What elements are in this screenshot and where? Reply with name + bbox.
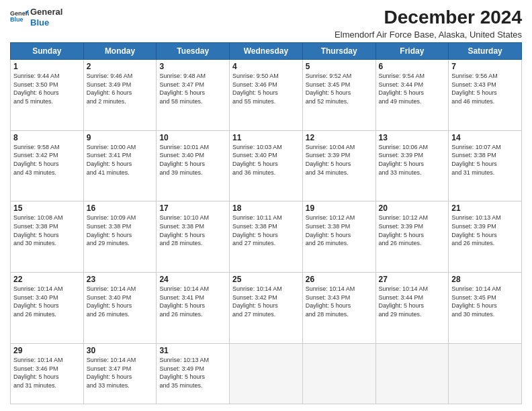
day-number: 28 [451,275,519,284]
calendar-cell: 22Sunrise: 10:14 AM Sunset: 3:40 PM Dayl… [11,273,84,344]
day-info: Sunrise: 9:46 AM Sunset: 3:49 PM Dayligh… [87,72,154,105]
day-info: Sunrise: 10:14 AM Sunset: 3:42 PM Daylig… [232,285,300,318]
day-info: Sunrise: 9:50 AM Sunset: 3:46 PM Dayligh… [232,72,300,105]
calendar-cell: 6Sunrise: 9:54 AM Sunset: 3:44 PM Daylig… [375,60,449,131]
day-header-sunday: Sunday [11,43,84,60]
day-number: 25 [232,275,300,284]
day-number: 7 [451,62,519,71]
calendar-cell [302,343,375,404]
day-info: Sunrise: 10:14 AM Sunset: 3:40 PM Daylig… [87,285,154,318]
day-info: Sunrise: 9:54 AM Sunset: 3:44 PM Dayligh… [379,72,446,105]
calendar-week-row: 29Sunrise: 10:14 AM Sunset: 3:46 PM Dayl… [11,343,522,404]
calendar-cell: 4Sunrise: 9:50 AM Sunset: 3:46 PM Daylig… [230,60,303,131]
day-info: Sunrise: 10:14 AM Sunset: 3:40 PM Daylig… [13,285,81,318]
day-number: 17 [159,203,226,213]
day-info: Sunrise: 10:14 AM Sunset: 3:46 PM Daylig… [13,356,81,390]
day-header-tuesday: Tuesday [157,43,230,60]
calendar-cell: 19Sunrise: 10:12 AM Sunset: 3:38 PM Dayl… [302,201,375,273]
calendar-cell [230,343,303,404]
day-number: 27 [379,275,446,284]
day-number: 11 [232,133,300,142]
header: General Blue General Blue December 2024 … [10,7,522,40]
calendar-cell: 18Sunrise: 10:11 AM Sunset: 3:38 PM Dayl… [230,201,303,273]
day-number: 5 [306,62,373,71]
calendar-cell: 13Sunrise: 10:06 AM Sunset: 3:39 PM Dayl… [375,130,449,201]
calendar-cell: 21Sunrise: 10:13 AM Sunset: 3:39 PM Dayl… [449,201,522,273]
day-info: Sunrise: 10:03 AM Sunset: 3:40 PM Daylig… [232,143,300,177]
calendar-cell: 25Sunrise: 10:14 AM Sunset: 3:42 PM Dayl… [230,273,303,344]
calendar-cell: 23Sunrise: 10:14 AM Sunset: 3:40 PM Dayl… [83,273,157,344]
day-number: 31 [159,346,226,355]
calendar-cell: 27Sunrise: 10:14 AM Sunset: 3:44 PM Dayl… [375,273,449,344]
day-info: Sunrise: 9:56 AM Sunset: 3:43 PM Dayligh… [451,72,519,105]
day-info: Sunrise: 10:01 AM Sunset: 3:40 PM Daylig… [159,143,226,177]
day-info: Sunrise: 10:06 AM Sunset: 3:39 PM Daylig… [379,143,446,177]
logo-line1: General [30,7,62,17]
day-info: Sunrise: 10:13 AM Sunset: 3:39 PM Daylig… [451,214,519,247]
day-info: Sunrise: 9:52 AM Sunset: 3:45 PM Dayligh… [306,72,373,105]
day-header-saturday: Saturday [449,43,522,60]
calendar-week-row: 1Sunrise: 9:44 AM Sunset: 3:50 PM Daylig… [11,60,522,131]
calendar-cell: 28Sunrise: 10:14 AM Sunset: 3:45 PM Dayl… [449,273,522,344]
day-number: 2 [87,62,154,71]
day-number: 9 [87,133,154,142]
calendar-cell: 3Sunrise: 9:48 AM Sunset: 3:47 PM Daylig… [157,60,230,131]
day-info: Sunrise: 9:44 AM Sunset: 3:50 PM Dayligh… [13,72,81,105]
calendar-cell: 14Sunrise: 10:07 AM Sunset: 3:38 PM Dayl… [449,130,522,201]
page: General Blue General Blue December 2024 … [0,0,532,411]
day-info: Sunrise: 9:58 AM Sunset: 3:42 PM Dayligh… [13,143,81,177]
day-info: Sunrise: 10:00 AM Sunset: 3:41 PM Daylig… [87,143,154,177]
calendar-cell: 20Sunrise: 10:12 AM Sunset: 3:39 PM Dayl… [375,201,449,273]
day-number: 6 [379,62,446,71]
calendar-cell: 30Sunrise: 10:14 AM Sunset: 3:47 PM Dayl… [83,343,157,404]
subtitle: Elmendorf Air Force Base, Alaska, United… [335,30,522,40]
day-number: 21 [451,203,519,213]
day-number: 10 [159,133,226,142]
day-number: 3 [159,62,226,71]
svg-text:Blue: Blue [10,15,24,22]
calendar-header-row: SundayMondayTuesdayWednesdayThursdayFrid… [11,43,522,60]
calendar-week-row: 8Sunrise: 9:58 AM Sunset: 3:42 PM Daylig… [11,130,522,201]
day-info: Sunrise: 10:14 AM Sunset: 3:41 PM Daylig… [159,285,226,318]
calendar-table: SundayMondayTuesdayWednesdayThursdayFrid… [10,42,522,404]
calendar-cell: 12Sunrise: 10:04 AM Sunset: 3:39 PM Dayl… [302,130,375,201]
day-number: 1 [13,62,81,71]
calendar-cell: 8Sunrise: 9:58 AM Sunset: 3:42 PM Daylig… [11,130,84,201]
day-number: 18 [232,203,300,213]
calendar-cell: 1Sunrise: 9:44 AM Sunset: 3:50 PM Daylig… [11,60,84,131]
day-info: Sunrise: 10:13 AM Sunset: 3:49 PM Daylig… [159,356,226,390]
calendar-cell: 10Sunrise: 10:01 AM Sunset: 3:40 PM Dayl… [157,130,230,201]
day-number: 19 [306,203,373,213]
day-info: Sunrise: 10:09 AM Sunset: 3:38 PM Daylig… [87,214,154,247]
calendar-cell: 2Sunrise: 9:46 AM Sunset: 3:49 PM Daylig… [83,60,157,131]
day-number: 12 [306,133,373,142]
calendar-cell: 15Sunrise: 10:08 AM Sunset: 3:38 PM Dayl… [11,201,84,273]
calendar-cell: 29Sunrise: 10:14 AM Sunset: 3:46 PM Dayl… [11,343,84,404]
title-block: December 2024 Elmendorf Air Force Base, … [335,7,522,40]
calendar-cell: 11Sunrise: 10:03 AM Sunset: 3:40 PM Dayl… [230,130,303,201]
day-number: 20 [379,203,446,213]
day-info: Sunrise: 10:12 AM Sunset: 3:39 PM Daylig… [379,214,446,247]
day-number: 13 [379,133,446,142]
day-header-monday: Monday [83,43,157,60]
day-info: Sunrise: 10:12 AM Sunset: 3:38 PM Daylig… [306,214,373,247]
day-info: Sunrise: 10:14 AM Sunset: 3:44 PM Daylig… [379,285,446,318]
logo: General Blue General Blue [10,7,62,28]
day-number: 24 [159,275,226,284]
day-info: Sunrise: 10:14 AM Sunset: 3:47 PM Daylig… [87,356,154,390]
day-number: 4 [232,62,300,71]
day-info: Sunrise: 10:10 AM Sunset: 3:38 PM Daylig… [159,214,226,247]
calendar-week-row: 15Sunrise: 10:08 AM Sunset: 3:38 PM Dayl… [11,201,522,273]
calendar-cell: 17Sunrise: 10:10 AM Sunset: 3:38 PM Dayl… [157,201,230,273]
day-info: Sunrise: 10:11 AM Sunset: 3:38 PM Daylig… [232,214,300,247]
day-header-thursday: Thursday [302,43,375,60]
day-info: Sunrise: 10:08 AM Sunset: 3:38 PM Daylig… [13,214,81,247]
day-info: Sunrise: 10:07 AM Sunset: 3:38 PM Daylig… [451,143,519,177]
day-number: 15 [13,203,81,213]
day-number: 30 [87,346,154,355]
day-number: 22 [13,275,81,284]
day-number: 14 [451,133,519,142]
day-number: 29 [13,346,81,355]
logo-line2: Blue [30,17,62,28]
day-number: 26 [306,275,373,284]
